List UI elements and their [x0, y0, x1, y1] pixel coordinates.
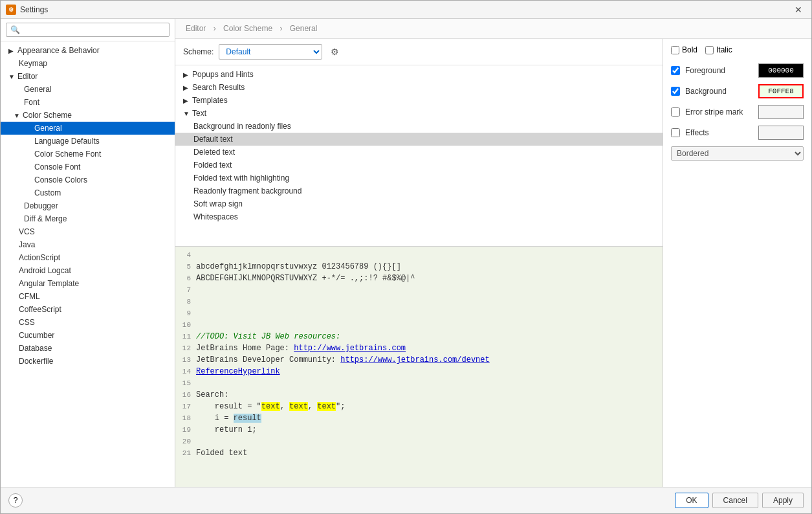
- search-box: [1, 19, 175, 41]
- sidebar-item-label: CSS: [19, 318, 35, 327]
- breadcrumb-general: General: [290, 24, 318, 33]
- background-label: Background: [685, 87, 753, 96]
- code-line: 18 i = result: [175, 412, 663, 424]
- line-number: 17: [175, 401, 196, 412]
- background-checkbox[interactable]: [671, 87, 680, 96]
- sidebar-item-debugger[interactable]: Debugger: [1, 199, 175, 212]
- color-tree-item-search-results[interactable]: ▶Search Results: [175, 81, 663, 94]
- cancel-button[interactable]: Cancel: [712, 493, 758, 508]
- sidebar-item-label: Editor: [17, 72, 38, 81]
- sidebar-item-custom[interactable]: Custom: [1, 186, 175, 199]
- breadcrumb: Editor › Color Scheme › General: [175, 19, 811, 39]
- sidebar-item-font[interactable]: Font: [1, 96, 175, 109]
- color-tree-item-templates[interactable]: ▶Templates: [175, 94, 663, 107]
- sidebar-item-label: Console Colors: [34, 175, 87, 184]
- italic-checkbox[interactable]: [705, 46, 714, 54]
- sidebar-item-color-scheme-font[interactable]: Color Scheme Font: [1, 148, 175, 161]
- code-text: return i;: [196, 424, 257, 436]
- foreground-checkbox[interactable]: [671, 66, 680, 75]
- color-tree-item-folded-text[interactable]: Folded text: [175, 159, 663, 172]
- color-tree-label: Whitespaces: [193, 212, 238, 221]
- line-number: 16: [175, 389, 196, 401]
- color-tree-label: Folded text with highlighting: [193, 173, 289, 183]
- code-line: 15: [175, 377, 663, 389]
- collapsed-icon: ▶: [8, 47, 15, 54]
- sidebar-item-actionscript[interactable]: ActionScript: [1, 251, 175, 264]
- sidebar-item-label: Debugger: [24, 201, 58, 210]
- sidebar-item-lang-defaults[interactable]: Language Defaults: [1, 135, 175, 148]
- sidebar-item-database[interactable]: Database: [1, 342, 175, 355]
- foreground-label: Foreground: [685, 66, 753, 75]
- sidebar-item-android-logcat[interactable]: Android Logcat: [1, 264, 175, 277]
- titlebar-left: ⚙ Settings: [6, 5, 48, 15]
- code-line: 7: [175, 284, 663, 296]
- foreground-color-box[interactable]: 000000: [758, 63, 804, 78]
- code-line: 21 Folded text: [175, 447, 663, 459]
- sidebar-item-diff-merge[interactable]: Diff & Merge: [1, 212, 175, 225]
- bold-label: Bold: [671, 45, 697, 54]
- sidebar-item-angular-template[interactable]: Angular Template: [1, 277, 175, 290]
- sidebar-item-appearance[interactable]: ▶Appearance & Behavior: [1, 44, 175, 57]
- scheme-bar: Scheme: Default Darcula High Contrast Mo…: [175, 39, 663, 65]
- sidebar-item-console-colors[interactable]: Console Colors: [1, 173, 175, 186]
- app-icon: ⚙: [6, 5, 16, 15]
- sidebar-item-label: CoffeeScript: [19, 305, 61, 314]
- scheme-select[interactable]: Default Darcula High Contrast Monokai: [219, 44, 322, 60]
- right-panel: Editor › Color Scheme › General Scheme: …: [175, 19, 811, 487]
- color-tree-label: Popups and Hints: [192, 70, 254, 79]
- sidebar-item-cucumber[interactable]: Cucumber: [1, 329, 175, 342]
- line-number: 10: [175, 319, 196, 331]
- sidebar-item-keymap[interactable]: Keymap: [1, 57, 175, 70]
- apply-button[interactable]: Apply: [762, 493, 804, 508]
- sidebar-item-label: Android Logcat: [19, 266, 71, 275]
- color-tree-label: Background in readonly files: [193, 122, 291, 131]
- code-line: 5 abcdefghijklmnopqrstuvwxyz 0123456789 …: [175, 261, 663, 273]
- sidebar-item-editor[interactable]: ▼Editor: [1, 70, 175, 83]
- sidebar-item-vcs[interactable]: VCS: [1, 225, 175, 238]
- effects-dropdown-row: Bordered Underline Bold Underline Wave S…: [671, 146, 804, 161]
- background-color-box[interactable]: F0FFE8: [758, 84, 804, 98]
- color-tree-item-popups[interactable]: ▶Popups and Hints: [175, 68, 663, 81]
- bold-checkbox[interactable]: [671, 46, 679, 54]
- sidebar-item-general[interactable]: General: [1, 83, 175, 96]
- color-tree-item-folded-text-hl[interactable]: Folded text with highlighting: [175, 172, 663, 184]
- color-tree-item-readonly-fragment[interactable]: Readonly fragment background: [175, 184, 663, 197]
- expanded-icon: ▼: [14, 112, 20, 119]
- help-button[interactable]: ?: [8, 493, 23, 508]
- effects-color-box[interactable]: [758, 126, 804, 140]
- color-tree-item-default-text[interactable]: Default text: [175, 133, 663, 146]
- code-line: 20: [175, 436, 663, 447]
- code-line: 8: [175, 296, 663, 307]
- line-number: 7: [175, 284, 196, 296]
- foreground-row: Foreground 000000: [671, 63, 804, 78]
- color-tree-item-whitespaces[interactable]: Whitespaces: [175, 210, 663, 223]
- sidebar-item-color-scheme[interactable]: ▼Color Scheme: [1, 109, 175, 122]
- color-tree-item-soft-wrap[interactable]: Soft wrap sign: [175, 197, 663, 210]
- error-stripe-checkbox[interactable]: [671, 107, 680, 117]
- ok-button[interactable]: OK: [675, 493, 708, 508]
- scheme-gear-button[interactable]: ⚙: [327, 45, 342, 59]
- color-tree-item-text[interactable]: ▼Text: [175, 107, 663, 120]
- color-tree-item-bg-readonly[interactable]: Background in readonly files: [175, 120, 663, 133]
- error-stripe-color-box[interactable]: [758, 105, 804, 119]
- center-panel: Scheme: Default Darcula High Contrast Mo…: [175, 39, 663, 487]
- effects-type-select[interactable]: Bordered Underline Bold Underline Wave S…: [671, 146, 804, 161]
- preview-lines: 4 5 abcdefghijklmnopqrstuvwxyz 012345678…: [175, 247, 663, 487]
- sidebar-item-label: Keymap: [19, 59, 47, 68]
- color-tree-item-deleted-text[interactable]: Deleted text: [175, 146, 663, 159]
- sidebar-item-cfml[interactable]: CFML: [1, 290, 175, 303]
- search-input[interactable]: [6, 23, 170, 37]
- code-line: 16 Search:: [175, 389, 663, 401]
- effects-checkbox[interactable]: [671, 128, 680, 137]
- effects-label: Effects: [685, 128, 753, 137]
- close-button[interactable]: ✕: [791, 3, 806, 16]
- color-tree-label: Folded text: [193, 161, 232, 170]
- breadcrumb-color-scheme: Color Scheme: [223, 24, 272, 33]
- sidebar-item-general-sub[interactable]: General: [1, 122, 175, 135]
- sidebar-item-coffeescript[interactable]: CoffeeScript: [1, 303, 175, 316]
- sidebar-item-console-font[interactable]: Console Font: [1, 161, 175, 173]
- sidebar-item-java[interactable]: Java: [1, 238, 175, 251]
- sidebar-item-css[interactable]: CSS: [1, 316, 175, 329]
- sidebar-item-dockerfile[interactable]: Dockerfile: [1, 355, 175, 368]
- error-stripe-label: Error stripe mark: [685, 107, 753, 117]
